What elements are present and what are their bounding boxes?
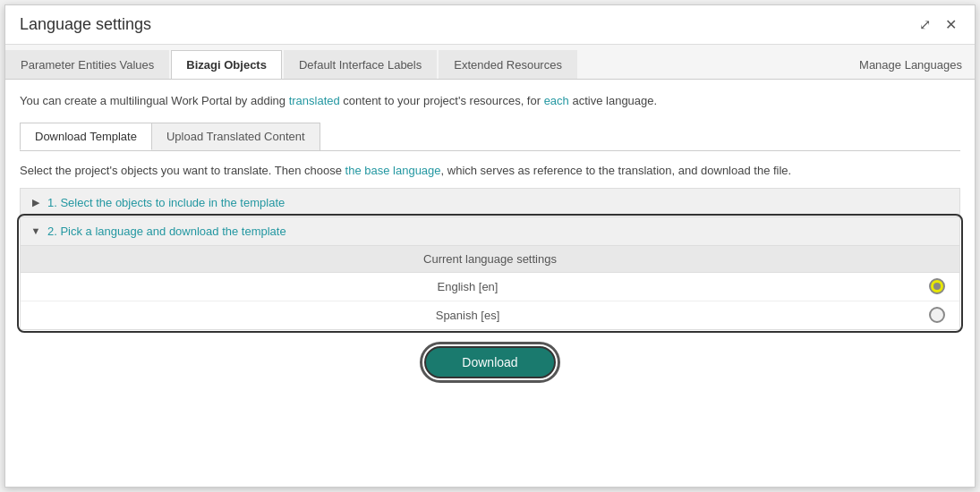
radio-spanish[interactable] (929, 307, 945, 323)
radio-english[interactable] (929, 278, 945, 294)
top-tabs-bar: Parameter Entities Values Bizagi Objects… (5, 45, 975, 80)
dialog-content: You can create a multilingual Work Porta… (5, 80, 975, 487)
step2-row[interactable]: ▼ 2. Pick a language and download the te… (21, 217, 959, 246)
step1-row[interactable]: ▶ 1. Select the objects to include in th… (21, 189, 959, 217)
manage-languages-button[interactable]: Manage Languages (847, 51, 975, 79)
expand-button[interactable]: ⤢ (916, 14, 934, 35)
language-row-spanish: Spanish [es] (21, 301, 959, 329)
tab-bizagi-objects[interactable]: Bizagi Objects (171, 50, 282, 79)
download-button[interactable]: Download (424, 346, 555, 378)
expand-icon: ⤢ (919, 16, 931, 33)
tab-extended-resources[interactable]: Extended Resources (439, 50, 577, 79)
step2-container: ▼ 2. Pick a language and download the te… (21, 217, 959, 329)
intro-text: You can create a multilingual Work Porta… (20, 92, 960, 110)
step1-arrow-icon: ▶ (30, 196, 42, 208)
tab-default-interface[interactable]: Default Interface Labels (284, 50, 437, 79)
step2-label: 2. Pick a language and download the temp… (47, 225, 286, 238)
tab-parameter-entities[interactable]: Parameter Entities Values (5, 50, 169, 79)
close-icon: ✕ (945, 16, 957, 33)
description-text: Select the project's objects you want to… (20, 164, 960, 177)
language-settings-dialog: Language settings ⤢ ✕ Parameter Entities… (4, 4, 976, 488)
language-row-english: English [en] (21, 273, 959, 301)
close-button[interactable]: ✕ (942, 14, 960, 35)
inner-tabs: Download Template Upload Translated Cont… (20, 123, 960, 151)
download-section: Download (20, 346, 960, 378)
lang-settings-header: Current language settings (21, 246, 959, 273)
header-actions: ⤢ ✕ (916, 14, 960, 35)
radio-cell-english[interactable] (915, 273, 959, 300)
step2-arrow-icon: ▼ (30, 225, 42, 237)
accordion-section: ▶ 1. Select the objects to include in th… (20, 188, 960, 330)
step2-content: Current language settings English [en] S… (21, 246, 959, 329)
language-name-english: English [en] (21, 273, 915, 301)
step1-label: 1. Select the objects to include in the … (47, 196, 285, 209)
inner-tab-upload[interactable]: Upload Translated Content (151, 123, 320, 150)
inner-tab-download[interactable]: Download Template (20, 123, 152, 150)
dialog-header: Language settings ⤢ ✕ (5, 5, 975, 45)
dialog-title: Language settings (20, 15, 151, 34)
language-name-spanish: Spanish [es] (21, 301, 915, 329)
radio-cell-spanish[interactable] (915, 301, 959, 328)
